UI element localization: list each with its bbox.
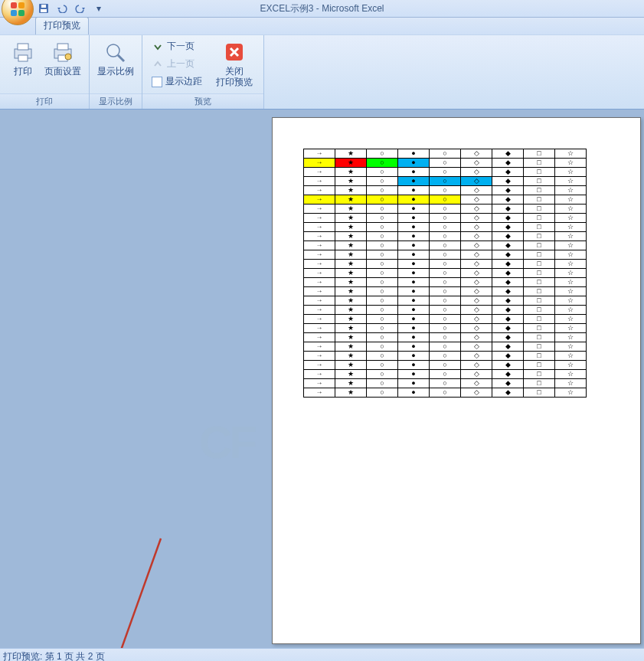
table-cell: ○: [430, 159, 461, 168]
table-cell: ☆: [555, 186, 587, 195]
svg-point-10: [107, 44, 119, 57]
arrow-down-icon: [152, 41, 164, 53]
next-page-button[interactable]: 下一页: [149, 38, 205, 54]
table-cell: ○: [430, 195, 461, 205]
magnifier-icon: [103, 40, 128, 64]
group-preview: 下一页 上一页 显示边距: [142, 35, 264, 109]
table-cell: □: [524, 149, 555, 159]
table-cell: ☆: [555, 333, 587, 342]
close-label-1: 关闭: [225, 66, 244, 77]
table-cell: ★: [335, 333, 367, 342]
svg-line-11: [118, 55, 124, 61]
table-cell: ◇: [461, 260, 492, 269]
table-cell: ●: [398, 278, 430, 287]
qat-dropdown-icon[interactable]: ▾: [92, 2, 106, 15]
ribbon-tabs: 打印预览: [0, 18, 644, 34]
table-cell: ○: [367, 342, 398, 352]
status-text: 打印预览: 第 1 页 共 2 页: [3, 650, 105, 662]
close-preview-button[interactable]: 关闭 打印预览: [211, 38, 257, 89]
prev-page-button[interactable]: 上一页: [149, 56, 205, 72]
table-cell: →: [304, 388, 335, 398]
table-cell: ◆: [492, 324, 524, 333]
title-bar: ▾ EXCEL示例3 - Microsoft Excel: [0, 0, 644, 18]
table-cell: □: [524, 324, 555, 333]
table-cell: □: [524, 269, 555, 278]
table-cell: ☆: [555, 260, 587, 269]
table-cell: □: [524, 306, 555, 315]
table-cell: ◇: [461, 315, 492, 324]
table-cell: ◆: [492, 186, 524, 195]
table-cell: ○: [430, 315, 461, 324]
group-preview-label: 预览: [142, 93, 263, 109]
table-cell: □: [524, 278, 555, 287]
table-cell: →: [304, 186, 335, 195]
close-icon: [222, 40, 247, 64]
table-cell: →: [304, 278, 335, 287]
table-cell: ○: [367, 168, 398, 177]
table-cell: →: [304, 260, 335, 269]
table-cell: ○: [367, 269, 398, 278]
table-cell: ◆: [492, 296, 524, 306]
table-cell: ○: [430, 260, 461, 269]
table-cell: ○: [430, 324, 461, 333]
table-cell: ●: [398, 324, 430, 333]
table-cell: →: [304, 159, 335, 168]
table-cell: ●: [398, 223, 430, 232]
svg-rect-7: [57, 44, 68, 50]
table-cell: ◇: [461, 324, 492, 333]
table-cell: ●: [398, 361, 430, 370]
table-cell: →: [304, 205, 335, 214]
tab-print-preview[interactable]: 打印预览: [35, 17, 89, 34]
table-cell: ○: [367, 241, 398, 250]
table-cell: □: [524, 379, 555, 388]
zoom-button[interactable]: 显示比例: [94, 38, 137, 78]
show-margins-checkbox[interactable]: 显示边距: [149, 74, 205, 90]
table-cell: ★: [335, 361, 367, 370]
svg-line-13: [84, 538, 161, 648]
table-cell: □: [524, 195, 555, 205]
table-cell: ★: [335, 177, 367, 186]
table-cell: ◇: [461, 306, 492, 315]
table-cell: ★: [335, 232, 367, 241]
table-cell: ◇: [461, 214, 492, 223]
table-cell: ○: [367, 324, 398, 333]
save-icon[interactable]: [37, 2, 51, 15]
group-print-label: 打印: [0, 93, 89, 109]
table-cell: □: [524, 177, 555, 186]
table-cell: ☆: [555, 232, 587, 241]
table-cell: ○: [367, 195, 398, 205]
table-cell: ◇: [461, 269, 492, 278]
table-cell: →: [304, 168, 335, 177]
table-cell: ☆: [555, 287, 587, 296]
redo-icon[interactable]: [74, 2, 87, 15]
table-cell: □: [524, 205, 555, 214]
table-cell: ○: [367, 352, 398, 361]
page-setup-icon: [51, 40, 75, 64]
table-cell: □: [524, 232, 555, 241]
table-cell: ○: [367, 205, 398, 214]
table-cell: ◆: [492, 159, 524, 168]
preview-workspace[interactable]: CF →★○●○◇◆□☆→★○●○◇◆□☆→★○●○◇◆□☆→★○●○◇◆□☆→…: [0, 110, 644, 648]
table-cell: ◆: [492, 306, 524, 315]
table-cell: ○: [367, 361, 398, 370]
print-button[interactable]: 打印: [5, 38, 41, 78]
undo-icon[interactable]: [55, 2, 69, 15]
page-setup-button[interactable]: 页面设置: [41, 38, 84, 78]
table-cell: ●: [398, 241, 430, 250]
table-cell: ●: [398, 159, 430, 168]
table-cell: ◇: [461, 250, 492, 260]
table-cell: ○: [430, 168, 461, 177]
table-cell: ☆: [555, 361, 587, 370]
table-cell: ○: [367, 177, 398, 186]
table-cell: ●: [398, 214, 430, 223]
table-cell: ●: [398, 379, 430, 388]
table-cell: ◇: [461, 370, 492, 379]
table-cell: ☆: [555, 278, 587, 287]
table-cell: ☆: [555, 370, 587, 379]
table-cell: ○: [430, 223, 461, 232]
table-cell: ☆: [555, 269, 587, 278]
table-cell: ◇: [461, 232, 492, 241]
table-cell: ○: [367, 296, 398, 306]
table-cell: ★: [335, 342, 367, 352]
table-cell: □: [524, 315, 555, 324]
